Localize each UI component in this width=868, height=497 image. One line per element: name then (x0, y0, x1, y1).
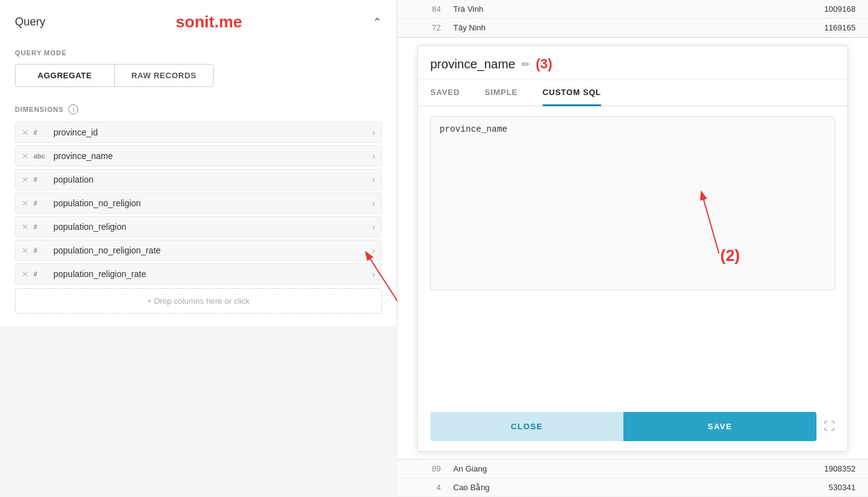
dimensions-info-icon[interactable]: i (68, 104, 78, 114)
table-cell-pop-4: 530341 (577, 483, 856, 492)
column-editor-header: province_name ✏ (3) (418, 46, 848, 80)
dimension-name-population: population (53, 175, 367, 185)
dimension-row-province-id[interactable]: ✕ # province_id › (15, 122, 382, 143)
tab-custom-sql[interactable]: CUSTOM SQL (543, 80, 601, 106)
dimension-close-icon[interactable]: ✕ (22, 152, 29, 161)
dimension-arrow-population-religion: › (372, 222, 375, 232)
query-header: Query sonit.me ⌃ (15, 12, 382, 32)
dimension-row-province-name[interactable]: ✕ abc province_name › (15, 145, 382, 166)
step3-annotation: (3) (536, 56, 553, 72)
dimension-row-population-no-religion-rate[interactable]: ✕ # population_no_religion_rate › (15, 240, 382, 261)
dimension-arrow-population-no-religion-rate: › (372, 245, 375, 255)
dimension-type-province-id: # (34, 129, 48, 136)
dimension-row-population[interactable]: ✕ # population › (15, 169, 382, 190)
dimension-arrow-population: › (372, 175, 375, 185)
left-panel-wrapper: Query sonit.me ⌃ QUERY MODE AGGREGATE RA… (0, 0, 397, 497)
sql-area: province_name (418, 106, 848, 402)
dimension-arrow-population-religion-rate: › (372, 269, 375, 279)
query-mode-label: QUERY MODE (15, 49, 382, 57)
column-editor-tabs: SAVED SIMPLE CUSTOM SQL (418, 80, 848, 106)
dimension-close-icon[interactable]: ✕ (22, 175, 29, 185)
table-row-84: 84 Trà Vinh 1009168 (397, 0, 868, 19)
right-panel: 84 Trà Vinh 1009168 72 Tây Ninh 1169165 … (397, 0, 868, 497)
dimension-name-population-religion-rate: population_religion_rate (53, 269, 367, 279)
table-cell-id-84: 84 (410, 4, 441, 14)
dimensions-header: DIMENSIONS i (15, 104, 382, 114)
table-cell-name-89: An Giang (453, 464, 565, 473)
table-cell-name-4: Cao Bằng (453, 483, 565, 492)
table-cell-name-84: Trà Vinh (453, 4, 565, 14)
dimension-name-population-religion: population_religion (53, 222, 367, 232)
table-cell-id-72: 72 (410, 23, 441, 32)
column-name-title: province_name (430, 57, 515, 71)
dimension-close-icon[interactable]: ✕ (22, 270, 29, 279)
aggregate-mode-button[interactable]: AGGREGATE (16, 65, 115, 86)
dimension-name-province-name: province_name (53, 151, 367, 161)
save-button[interactable]: SAVE (623, 412, 816, 441)
edit-column-name-icon[interactable]: ✏ (522, 58, 530, 70)
dimension-arrow-province-name: › (372, 151, 375, 161)
table-row-89: 89 An Giang 1908352 (397, 460, 868, 478)
bottom-table-area: 89 An Giang 1908352 4 Cao Bằng 530341 (397, 459, 868, 497)
dimension-close-icon[interactable]: ✕ (22, 199, 29, 208)
table-cell-id-4: 4 (410, 483, 441, 492)
query-title: Query (15, 16, 45, 29)
dimensions-list: ✕ # province_id › ✕ abc province_name › … (15, 122, 382, 285)
close-button[interactable]: CLOSE (430, 412, 623, 441)
brand-logo: sonit.me (176, 12, 242, 32)
dimension-close-icon[interactable]: ✕ (22, 246, 29, 255)
dimension-type-population-no-religion: # (34, 199, 48, 207)
dimension-arrow-province-id: › (372, 127, 375, 137)
drop-zone[interactable]: + Drop columns here or click (15, 288, 382, 314)
dimension-row-population-no-religion[interactable]: ✕ # population_no_religion › (15, 193, 382, 214)
table-cell-pop-89: 1908352 (577, 464, 856, 473)
top-table-area: 84 Trà Vinh 1009168 72 Tây Ninh 1169165 (397, 0, 868, 38)
raw-records-mode-button[interactable]: RAW RECORDS (115, 65, 214, 86)
expand-icon[interactable]: ⛶ (824, 420, 835, 433)
dimension-type-population-no-religion-rate: # (34, 247, 48, 254)
dimension-row-population-religion[interactable]: ✕ # population_religion › (15, 216, 382, 237)
collapse-icon[interactable]: ⌃ (373, 16, 382, 29)
column-editor-actions: CLOSE SAVE ⛶ (418, 402, 848, 451)
table-cell-name-72: Tây Ninh (453, 23, 565, 32)
dimension-name-population-no-religion: population_no_religion (53, 198, 367, 208)
table-row-72: 72 Tây Ninh 1169165 (397, 19, 868, 37)
tab-saved[interactable]: SAVED (430, 80, 460, 106)
table-cell-id-89: 89 (410, 464, 441, 473)
tab-simple[interactable]: SIMPLE (485, 80, 518, 106)
table-row-4: 4 Cao Bằng 530341 (397, 478, 868, 497)
table-cell-pop-72: 1169165 (577, 23, 856, 32)
sql-input[interactable]: province_name (430, 116, 835, 290)
dimension-arrow-population-no-religion: › (372, 198, 375, 208)
column-editor-container: province_name ✏ (3) SAVED SIMPLE CUSTOM … (397, 38, 868, 459)
dimension-name-province-id: province_id (53, 127, 367, 137)
dimension-name-population-no-religion-rate: population_no_religion_rate (53, 245, 367, 255)
dimension-type-population: # (34, 176, 48, 183)
dimension-close-icon[interactable]: ✕ (22, 222, 29, 232)
dimension-type-province-name: abc (34, 152, 48, 160)
dimension-type-population-religion: # (34, 223, 48, 230)
column-editor: province_name ✏ (3) SAVED SIMPLE CUSTOM … (417, 45, 848, 452)
dimension-row-population-religion-rate[interactable]: ✕ # population_religion_rate › (15, 263, 382, 285)
table-cell-pop-84: 1009168 (577, 4, 856, 14)
drop-zone-label: + Drop columns here or click (147, 296, 250, 306)
dimensions-label: DIMENSIONS (15, 106, 63, 113)
query-mode-group: AGGREGATE RAW RECORDS (15, 64, 214, 87)
dimension-type-population-religion-rate: # (34, 270, 48, 278)
left-panel: Query sonit.me ⌃ QUERY MODE AGGREGATE RA… (0, 0, 397, 326)
dimension-close-icon[interactable]: ✕ (22, 128, 29, 137)
